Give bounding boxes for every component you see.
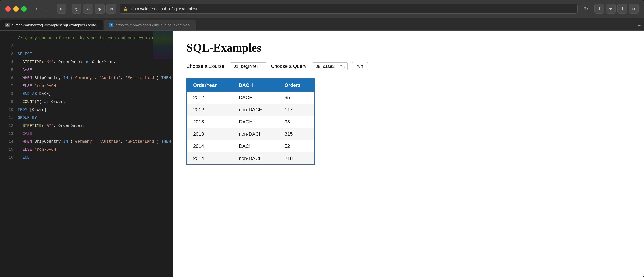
table-cell: 218 (278, 152, 315, 165)
table-row: 2012non-DACH117 (187, 104, 315, 116)
code-line-8: END AS DACH, (18, 90, 173, 98)
table-cell: 52 (278, 140, 315, 152)
code-line-7: ELSE 'non-DACH' (18, 82, 173, 90)
code-line-3: SELECT (18, 50, 173, 58)
table-header-row: OrderYear DACH Orders (187, 78, 315, 92)
share-icon[interactable]: ⬆ (618, 4, 627, 14)
address-text: simonwaldherr.github.io/sql-examples/ (130, 7, 197, 11)
code-line-11: GROUP BY (18, 114, 173, 122)
search-icon[interactable]: ◉ (95, 4, 104, 14)
table-cell: 315 (278, 128, 315, 140)
col-header-orders: Orders (278, 78, 315, 92)
shield-icon[interactable]: ⊘ (106, 4, 116, 14)
controls-row: Choose a Course: 01_beginner ⌃⌄ Choose a… (186, 62, 631, 70)
code-line-1: /* Query number of orders by year in DAC… (18, 34, 173, 42)
browser-window: ‹ › ⊞ ◎ ≋ ◉ ⊘ 🔒 simonwaldherr.github.io/… (0, 0, 644, 277)
bookmark-icon[interactable]: ★ (606, 4, 616, 14)
lock-icon: 🔒 (123, 7, 128, 11)
course-select[interactable]: 01_beginner (230, 62, 266, 70)
github-icon: ⊙ (5, 23, 10, 27)
page-title: SQL-Examples (186, 41, 631, 54)
tab-web-label: https://simonwaldherr.github.io/sql-exam… (116, 23, 191, 27)
code-content[interactable]: /* Query number of orders by year in DAC… (18, 34, 173, 274)
info-icon[interactable]: ℹ (594, 4, 604, 14)
table-cell: 2012 (187, 104, 233, 116)
maximize-button[interactable] (21, 6, 26, 11)
course-select-wrapper: 01_beginner ⌃⌄ (230, 62, 266, 70)
forward-button[interactable]: › (42, 4, 52, 13)
code-line-16: END (18, 154, 173, 162)
table-row: 2014non-DACH218 (187, 152, 315, 165)
query-label: Choose a Query: (271, 63, 308, 69)
col-header-orderyear: OrderYear (187, 78, 233, 92)
split-view-icon[interactable]: ⧉ (629, 4, 639, 14)
table-cell: non-DACH (233, 128, 278, 140)
course-label: Choose a Course: (186, 63, 226, 69)
view-icon[interactable]: ◎ (72, 4, 82, 14)
code-line-5: CASE (18, 66, 173, 74)
table-cell: 2014 (187, 152, 233, 165)
table-cell: DACH (233, 116, 278, 128)
table-row: 2012DACH35 (187, 92, 315, 104)
query-select-wrapper: 08_case2 ⌃⌄ (312, 62, 348, 70)
line-numbers: 12345 678910 1112131415 16 (0, 34, 18, 274)
table-cell: DACH (233, 92, 278, 104)
address-bar[interactable]: 🔒 simonwaldherr.github.io/sql-examples/ (120, 4, 578, 14)
web-pane: SQL-Examples Choose a Course: 01_beginne… (173, 30, 644, 277)
web-icon: S (109, 23, 114, 27)
table-cell: non-DACH (233, 152, 278, 165)
toolbar-right-icons: ◎ ≋ ◉ ⊘ (72, 4, 116, 14)
tab-web[interactable]: S https://simonwaldherr.github.io/sql-ex… (104, 20, 196, 30)
table-cell: 2014 (187, 140, 233, 152)
run-button[interactable]: run (352, 62, 368, 70)
table-cell: 35 (278, 92, 315, 104)
table-row: 2013non-DACH315 (187, 128, 315, 140)
table-cell: 117 (278, 104, 315, 116)
tab-code[interactable]: ⊙ SimonWaldherr/sql-examples: sql exampl… (0, 20, 103, 30)
toolbar-icons: ⊞ (57, 4, 66, 14)
table-row: 2013DACH93 (187, 116, 315, 128)
table-cell: non-DACH (233, 104, 278, 116)
main-content: 12345 678910 1112131415 16 /* Query numb… (0, 30, 644, 277)
table-cell: 2013 (187, 116, 233, 128)
minimize-button[interactable] (13, 6, 18, 11)
tab-bar: ⊙ SimonWaldherr/sql-examples: sql exampl… (0, 18, 644, 30)
code-line-13: CASE (18, 130, 173, 138)
code-line-10: FROM [Order] (18, 106, 173, 114)
reload-button[interactable]: ↻ (581, 4, 591, 14)
code-line-15: ELSE 'non-DACH' (18, 146, 173, 154)
table-cell: 2013 (187, 128, 233, 140)
nav-buttons: ‹ › (32, 4, 52, 13)
code-line-9: COUNT(*) as Orders (18, 98, 173, 106)
code-editor: 12345 678910 1112131415 16 /* Query numb… (0, 30, 173, 277)
code-line-4: STRFTIME('%Y', OrderDate) as OrderYear, (18, 58, 173, 66)
table-row: 2014DACH52 (187, 140, 315, 152)
title-bar: ‹ › ⊞ ◎ ≋ ◉ ⊘ 🔒 simonwaldherr.github.io/… (0, 0, 644, 18)
col-header-dach: DACH (233, 78, 278, 92)
code-line-2 (18, 42, 173, 50)
back-button[interactable]: ‹ (32, 4, 41, 13)
right-toolbar-buttons: ℹ ★ ⬆ ⧉ (594, 4, 639, 14)
results-table: OrderYear DACH Orders 2012DACH352012non-… (186, 78, 315, 165)
code-line-14: WHEN ShipCountry IN ('Germany', 'Austria… (18, 138, 173, 146)
table-cell: 93 (278, 116, 315, 128)
sidebar-toggle-button[interactable]: ⊞ (57, 4, 66, 14)
table-cell: 2012 (187, 92, 233, 104)
code-area: 12345 678910 1112131415 16 /* Query numb… (0, 30, 173, 277)
new-tab-button[interactable]: + (634, 20, 644, 30)
traffic-lights (5, 6, 26, 11)
close-button[interactable] (5, 6, 11, 11)
code-line-12: STRFTIME('%Y', OrderDate), (18, 122, 173, 130)
tab-code-label: SimonWaldherr/sql-examples: sql examples… (12, 23, 98, 27)
query-select[interactable]: 08_case2 (312, 62, 348, 70)
code-line-6: WHEN ShipCountry IN ('Germany', 'Austria… (18, 74, 173, 82)
table-cell: DACH (233, 140, 278, 152)
rss-icon[interactable]: ≋ (83, 4, 93, 14)
